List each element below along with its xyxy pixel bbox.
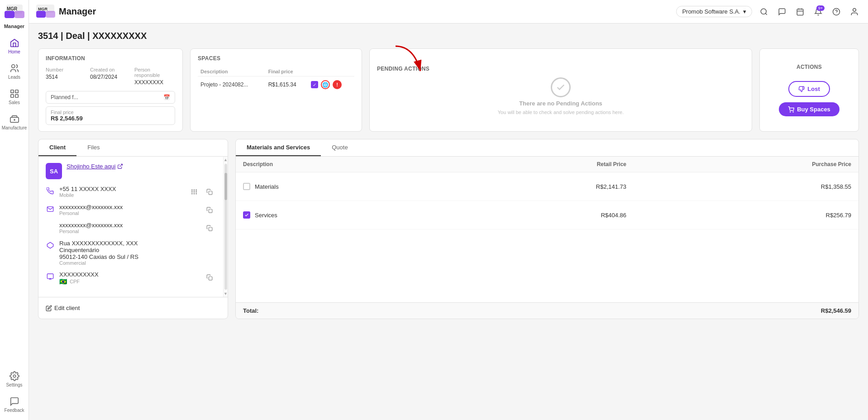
materials-tabs: Materials and Services Quote: [236, 139, 858, 157]
materials-retail-price: R$2,141.73: [446, 172, 634, 201]
svg-rect-19: [797, 9, 803, 15]
email2-row: xxxxxxxxx@xxxxxxx.xxx Personal: [46, 222, 216, 234]
spaces-col-price: Final price: [266, 67, 308, 76]
client-body-wrapper: SA Shojinho Este aqui: [38, 157, 228, 297]
pending-card-title: Pending Actions: [377, 66, 429, 72]
check-circle-icon: [551, 77, 571, 97]
svg-point-36: [191, 193, 192, 194]
calendar-small-icon: 📅: [163, 94, 170, 100]
phone-dialpad-button[interactable]: [188, 186, 200, 198]
space-checkbox[interactable]: ✓: [311, 81, 318, 88]
space-price: R$1,615.34: [266, 76, 308, 93]
content-area: 3514 | Deal | XXXXXXXXX Information: [29, 24, 868, 420]
final-price-box: Final price R$ 2,546.59: [46, 106, 175, 125]
external-link-icon: [117, 163, 123, 169]
calendar-icon[interactable]: [794, 5, 806, 18]
svg-line-29: [120, 164, 123, 167]
svg-rect-1: [5, 11, 14, 18]
warning-icon[interactable]: !: [333, 80, 342, 89]
cpf-icon: [46, 272, 55, 281]
spaces-col-description: Description: [198, 67, 266, 76]
svg-text:MGR: MGR: [38, 7, 48, 11]
cpf-box: 🇧🇷 CPF: [59, 278, 199, 285]
scroll-thumb[interactable]: [224, 173, 227, 200]
svg-point-4: [11, 65, 14, 68]
logo-icon: MGR: [5, 4, 24, 20]
svg-line-18: [765, 13, 767, 14]
edit-client-button[interactable]: Edit client: [46, 302, 80, 314]
svg-point-33: [191, 191, 192, 192]
cpf-copy-button[interactable]: [203, 271, 216, 284]
phone-copy-button[interactable]: [203, 186, 216, 198]
svg-rect-46: [209, 277, 212, 280]
email1-copy-button[interactable]: [203, 204, 216, 216]
sidebar-nav: Home Leads Sales: [1, 34, 28, 368]
svg-rect-41: [209, 227, 212, 231]
brazil-flag: 🇧🇷: [59, 278, 67, 285]
svg-point-17: [761, 9, 766, 14]
spaces-card-title: Spaces: [198, 55, 354, 62]
services-checkbox[interactable]: [243, 211, 250, 219]
thumbsdown-icon: [798, 86, 805, 92]
planned-date-box[interactable]: Planned f... 📅: [46, 91, 175, 104]
mat-row-materials: Materials R$2,141.73 R$1,358.55: [236, 172, 858, 201]
email2-actions: [203, 222, 216, 234]
address-icon: [46, 241, 55, 250]
sidebar-item-feedback[interactable]: Feedback: [1, 393, 28, 416]
svg-point-31: [194, 190, 195, 191]
svg-point-28: [793, 111, 793, 112]
scroll-down-arrow[interactable]: ▼: [224, 291, 228, 296]
sales-icon: [10, 89, 19, 99]
sidebar-item-manufacture[interactable]: Manufacture: [1, 110, 28, 134]
globe-icon[interactable]: 🌐: [321, 80, 330, 89]
manufacture-icon: [10, 114, 19, 124]
topbar-right: Promob Software S.A. ▾: [676, 5, 861, 18]
notifications-icon[interactable]: 9+: [812, 5, 825, 18]
sidebar: MGR Manager Home Leads: [0, 0, 29, 420]
scrollbar[interactable]: ▲ ▼: [223, 157, 228, 297]
company-selector[interactable]: Promob Software S.A. ▾: [676, 6, 752, 17]
mat-col-retail: Retail Price: [446, 157, 634, 172]
email2-copy-button[interactable]: [203, 222, 216, 234]
settings-icon: [10, 371, 19, 381]
svg-point-35: [196, 191, 197, 192]
tab-materials-services[interactable]: Materials and Services: [236, 139, 321, 156]
search-icon[interactable]: [758, 5, 770, 18]
materials-check-row: Materials: [243, 183, 439, 190]
scroll-up-arrow[interactable]: ▲: [224, 158, 228, 162]
svg-point-12: [13, 375, 16, 377]
chat-icon[interactable]: [776, 5, 788, 18]
scroll-track: [224, 164, 227, 290]
sidebar-item-sales[interactable]: Sales: [1, 85, 28, 109]
bottom-section: Client Files SA Shojinho Este aqui: [38, 139, 859, 319]
svg-point-38: [196, 193, 197, 194]
client-name-link[interactable]: Shojinho Este aqui: [67, 163, 216, 170]
app-logo: MGR Manager: [4, 4, 24, 29]
svg-rect-43: [47, 274, 53, 279]
help-icon[interactable]: [830, 5, 843, 18]
info-grid: Number 3514 Created on 08/27/2024 Person…: [46, 67, 175, 86]
materials-checkbox[interactable]: [243, 183, 250, 190]
tab-files[interactable]: Files: [76, 139, 110, 156]
number-field: Number 3514: [46, 67, 86, 86]
home-icon: [10, 38, 19, 48]
buy-spaces-button[interactable]: Buy Spaces: [779, 102, 839, 116]
sidebar-item-settings[interactable]: Settings: [1, 368, 28, 391]
tab-quote[interactable]: Quote: [321, 139, 358, 156]
main-area: MGR Manager Promob Software S.A. ▾: [29, 0, 868, 420]
sidebar-item-home[interactable]: Home: [1, 34, 28, 58]
materials-purchase-price: R$1,358.55: [634, 172, 858, 201]
user-icon[interactable]: [848, 5, 861, 18]
client-card: Client Files SA Shojinho Este aqui: [38, 139, 228, 319]
topbar-left: MGR Manager: [36, 5, 96, 19]
svg-rect-2: [14, 11, 24, 18]
svg-rect-8: [15, 95, 18, 97]
client-body: SA Shojinho Este aqui: [38, 157, 223, 297]
client-avatar: SA: [46, 163, 62, 179]
sidebar-item-leads[interactable]: Leads: [1, 60, 28, 83]
pending-actions-card: Pending Actions There are no Pending Act…: [369, 48, 752, 132]
tab-client[interactable]: Client: [38, 139, 76, 156]
lost-button[interactable]: Lost: [788, 81, 830, 97]
svg-point-30: [191, 190, 192, 191]
client-tabs: Client Files: [38, 139, 228, 157]
